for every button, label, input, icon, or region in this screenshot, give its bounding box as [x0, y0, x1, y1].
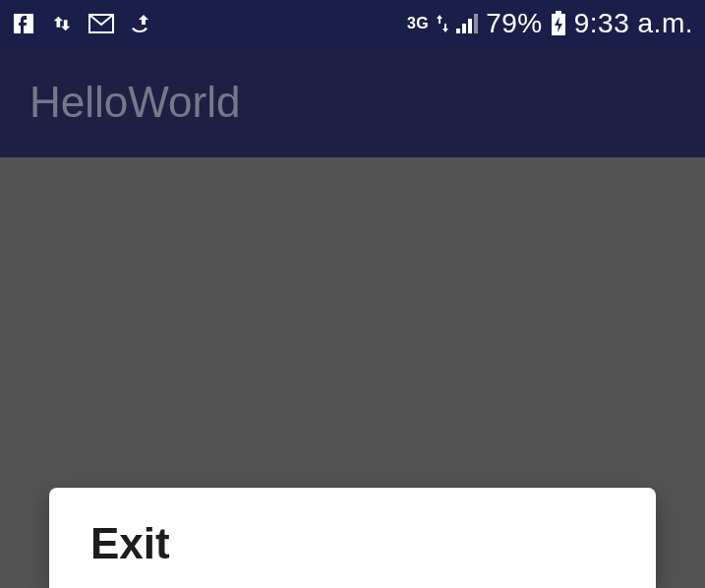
svg-rect-6: [556, 11, 561, 14]
upload-icon: [130, 13, 153, 34]
status-left-icons: [12, 12, 153, 35]
exit-dialog: Exit: [49, 488, 656, 588]
status-right: 3G 79% 9:33 a.m.: [407, 8, 693, 39]
battery-charging-icon: [551, 11, 566, 36]
svg-rect-4: [468, 19, 472, 33]
data-arrows-icon: [437, 15, 448, 32]
status-bar: 3G 79% 9:33 a.m.: [0, 0, 705, 47]
svg-rect-3: [462, 24, 466, 33]
sync-icon: [51, 13, 73, 34]
battery-percent: 79%: [486, 8, 543, 39]
facebook-icon: [12, 12, 35, 35]
svg-rect-2: [456, 29, 460, 33]
svg-rect-5: [474, 14, 478, 33]
signal-icon: [456, 14, 478, 33]
clock-time: 9:33 a.m.: [574, 8, 693, 39]
dialog-title: Exit: [90, 519, 615, 568]
gmail-icon: [88, 14, 114, 33]
network-type: 3G: [407, 16, 429, 31]
